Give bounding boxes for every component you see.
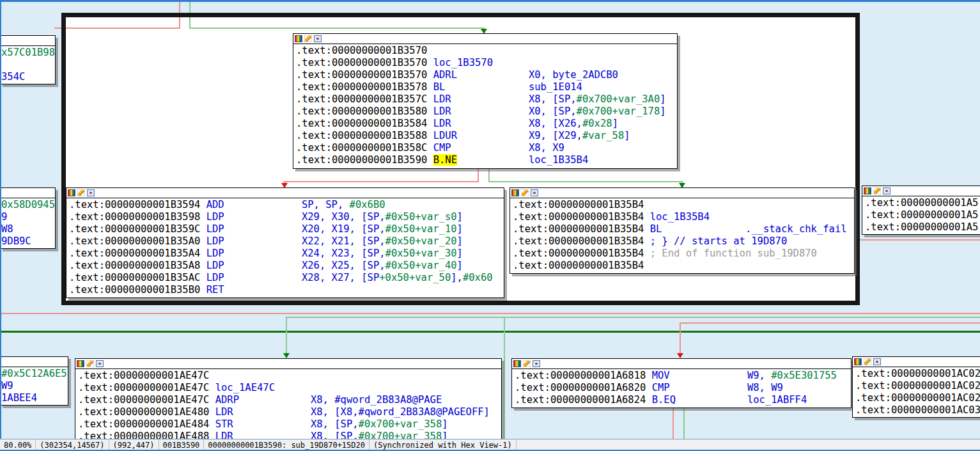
node-edit-icon[interactable] <box>864 358 871 365</box>
node-title-bar <box>853 357 980 367</box>
code-line: .text:00000000001B35B4 <box>513 260 854 272</box>
node-color-icon[interactable] <box>295 35 302 42</box>
node-color-icon[interactable] <box>513 360 521 367</box>
edge-false-branch-horizontal <box>284 181 479 182</box>
code-line: .text:00000000001AE47C ADRP X8, #qword_2… <box>78 394 501 406</box>
node-title-bar <box>0 188 55 198</box>
code-line: .text:00000000001B35B4 ; End of function… <box>513 248 854 260</box>
code-line: .text:00000000001B3578 BL sub_1E014 <box>296 81 677 93</box>
code-line: .text:00000000001B35B4 BL .__stack_chk_f… <box>513 223 854 235</box>
edge-incoming-red-horizontal <box>54 28 180 29</box>
node-edit-icon[interactable] <box>523 360 531 367</box>
basic-block-loc-1AE47C[interactable]: .text:00000000001AE47C.text:00000000001A… <box>75 358 502 445</box>
edge-green-long-vertical <box>504 317 505 439</box>
code-line: .text:00000000001A6818 MOV W9, #0x5E3017… <box>515 370 851 382</box>
code-line: 354C <box>1 71 55 83</box>
node-title-bar <box>862 186 980 196</box>
node-edit-icon[interactable] <box>873 187 881 194</box>
code-line: .text:00000000001B3590 B.NE loc_1B35B4 <box>296 154 677 166</box>
node-title-bar <box>75 359 501 369</box>
node-code: .text:00000000001AE47C.text:00000000001A… <box>75 369 501 443</box>
code-line: .text:00000000001B357C LDR X8, [SP,#0x70… <box>296 93 677 106</box>
code-line: W8 <box>1 223 55 235</box>
code-line: .text:00000000001B35AC LDP X28, X27, [SP… <box>69 272 504 284</box>
node-code: .text:00000000001A6818 MOV W9, #0x5E3017… <box>512 369 851 406</box>
edge-red-into-bottom-right <box>680 322 681 353</box>
node-group-icon[interactable] <box>883 187 891 194</box>
node-title-bar <box>0 357 68 367</box>
edge-incoming-red-vertical <box>179 2 180 28</box>
code-line: 9DB9C <box>1 235 55 248</box>
code-line: .text:00000000001B35B4 <box>513 199 854 211</box>
code-line: .text:00000000001AC02 <box>855 380 980 392</box>
node-color-icon[interactable] <box>854 358 862 365</box>
window-left-border <box>0 0 1 439</box>
node-code: .text:00000000001B3594 ADD SP, SP, #0x6B… <box>66 198 504 296</box>
basic-block-1A6818[interactable]: .text:00000000001A6818 MOV W9, #0x5E3017… <box>511 358 852 408</box>
status-bar: 80.00% (302354,14567) (992,447) 001B3590… <box>0 439 980 450</box>
node-color-icon[interactable] <box>864 187 871 194</box>
code-line: .text:00000000001B3598 LDP X29, X30, [SP… <box>69 211 504 223</box>
node-color-icon[interactable] <box>77 360 84 367</box>
code-line: .text:00000000001B35A8 LDP X26, X25, [SP… <box>69 260 504 272</box>
status-graph-coords: (302354,14567) <box>36 439 109 450</box>
code-line: .text:00000000001A5 <box>865 221 980 233</box>
code-line: .text:00000000001A5 <box>865 209 980 221</box>
node-group-icon[interactable] <box>533 360 540 367</box>
status-zoom-level: 80.00% <box>0 439 36 450</box>
code-line: .text:00000000001B3570 <box>296 45 677 57</box>
edge-false-branch-vertical <box>478 167 479 182</box>
partial-block-top-left[interactable]: x57C01B98354C <box>0 35 56 84</box>
edge-channel-red-full <box>0 313 980 314</box>
code-line: .text:00000000001B3588 LDUR X9, [X29,#va… <box>296 130 677 142</box>
node-color-icon[interactable] <box>511 189 519 196</box>
partial-block-mid-right[interactable]: .text:00000000001A5.text:00000000001A5.t… <box>862 186 980 235</box>
node-title-bar <box>510 188 854 198</box>
node-group-icon[interactable] <box>873 358 881 365</box>
code-line: .text:00000000001B35B4 loc_1B35B4 <box>513 211 854 223</box>
edge-red-horizontal-right <box>680 322 980 324</box>
node-group-icon[interactable] <box>531 189 538 196</box>
code-line: .text:00000000001B3584 LDR X8, [X26,#0x2… <box>296 118 677 130</box>
code-line: .text:00000000001B3580 LDR X0, [SP,#0x70… <box>296 106 677 118</box>
edge-green-into-bottom-left <box>286 317 287 353</box>
partial-block-bottom-right[interactable]: .text:00000000001AC02.text:00000000001AC… <box>852 356 980 418</box>
node-edit-icon[interactable] <box>304 35 312 42</box>
node-code: .text:00000000001AC02.text:00000000001AC… <box>853 367 980 416</box>
node-edit-icon[interactable] <box>77 189 85 196</box>
code-line: .text:00000000001B358C CMP X8, X9 <box>296 142 677 154</box>
code-line: 1ABEE4 <box>1 392 68 404</box>
edge-incoming-green-horizontal <box>189 28 485 29</box>
code-line: .text:00000000001A5 <box>865 197 980 209</box>
code-line: #0x5C12A6E5 <box>1 368 68 380</box>
edge-incoming-green-vertical <box>189 2 191 28</box>
node-code: .text:00000000001A5.text:00000000001A5.t… <box>862 196 980 233</box>
code-line: .text:00000000001AC02 <box>855 368 980 380</box>
code-line: .text:00000000001B3594 ADD SP, SP, #0x6B… <box>69 199 504 211</box>
edge-green-out-of-bottom-right <box>683 407 685 439</box>
node-title-bar <box>0 36 55 46</box>
edge-arrow-into-bottom-left-block <box>283 353 290 358</box>
code-line: 9 <box>1 211 55 223</box>
node-group-icon[interactable] <box>87 189 95 196</box>
code-line <box>1 59 55 71</box>
window-top-border <box>0 0 980 2</box>
edge-channel-darkgreen-full <box>0 331 980 333</box>
node-color-icon[interactable] <box>68 189 75 196</box>
node-edit-icon[interactable] <box>86 360 94 367</box>
edge-true-branch-vertical <box>488 167 490 182</box>
node-edit-icon[interactable] <box>521 189 529 196</box>
partial-block-mid-left[interactable]: 0x58D0945B9W89DB9C <box>0 187 56 249</box>
node-group-icon[interactable] <box>314 35 322 42</box>
code-line: .text:00000000001AC02 <box>855 392 980 404</box>
node-code: .text:00000000001B3570.text:00000000001B… <box>293 44 677 166</box>
node-group-icon[interactable] <box>96 360 104 367</box>
partial-block-bottom-left[interactable]: #0x5C12A6E5W91ABEE4 <box>0 356 68 406</box>
code-line: 0x58D0945B <box>1 199 55 211</box>
basic-block-1B3594[interactable]: .text:00000000001B3594 ADD SP, SP, #0x6B… <box>66 187 504 298</box>
code-line: .text:00000000001B35A0 LDP X22, X21, [SP… <box>69 235 504 248</box>
code-line: .text:00000000001B359C LDP X20, X19, [SP… <box>69 223 504 235</box>
status-address-full: 00000000001B3590: sub_19D870+15D20 <box>204 439 369 450</box>
basic-block-loc-1B3570[interactable]: .text:00000000001B3570.text:00000000001B… <box>293 33 678 169</box>
basic-block-loc-1B35B4[interactable]: .text:00000000001B35B4.text:00000000001B… <box>509 187 855 274</box>
